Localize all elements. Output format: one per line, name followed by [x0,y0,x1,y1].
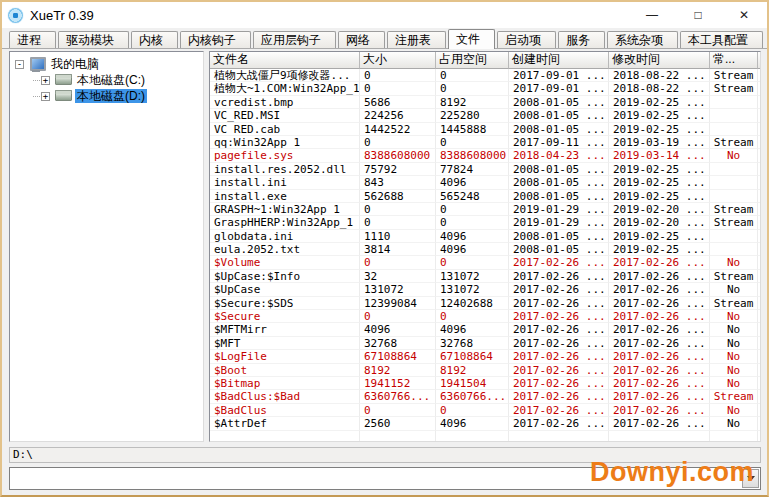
table-row[interactable]: $Bitmap194115219415042017-02-26 ...2017-… [210,377,760,390]
cell-stub [758,243,760,256]
tab-registry[interactable]: 注册表 [387,31,446,48]
cell-space: 8192 [436,364,509,377]
cell-filename: globdata.ini [210,230,360,243]
tab-bar: 进程驱动模块内核内核钩子应用层钩子网络注册表文件启动项服务系统杂项本工具配置 [2,28,767,49]
cell-created: 2019-01-29 ... [509,203,609,216]
cell-size: 1941152 [360,377,436,390]
tab-file[interactable]: 文件 [448,29,495,49]
table-row[interactable]: install.res.2052.dll75792778242008-01-05… [210,163,760,176]
collapse-icon[interactable]: - [15,60,24,69]
cell-space: 0 [436,82,509,95]
table-row[interactable]: install.exe5626885652482008-01-05 ...201… [210,190,760,203]
minimize-icon[interactable]: — [629,2,675,28]
tab-user-hooks[interactable]: 应用层钩子 [253,31,336,48]
cell-size: 6360766... [360,390,436,403]
tree-item-disk-d[interactable]: +本地磁盘(D:) [10,88,203,104]
table-row[interactable]: $UpCase1310721310722017-02-26 ...2017-02… [210,283,760,296]
cell-filename: install.ini [210,176,360,189]
table-row[interactable]: vcredist.bmp568681922008-01-05 ...2019-0… [210,96,760,109]
cell-stream: No [710,283,758,296]
tab-system-misc[interactable]: 系统杂项 [607,31,678,48]
cell-size: 2560 [360,417,436,430]
cell-space: 131072 [436,283,509,296]
table-row[interactable]: VC_RED.MSI2242562252802008-01-05 ...2019… [210,109,760,122]
expand-icon[interactable]: + [41,76,50,85]
table-row[interactable]: $BadClus:$Bad6360766...6360766...2017-02… [210,390,760,403]
table-row[interactable]: $MFT32768327682017-02-26 ...2017-02-26 .… [210,337,760,350]
cell-space: 0 [436,310,509,323]
table-row[interactable]: $Secure002017-02-26 ...2017-02-26 ...No [210,310,760,323]
cell-size: 8192 [360,364,436,377]
app-icon [8,8,23,23]
table-row[interactable]: $Volume002017-02-26 ...2017-02-26 ...No [210,256,760,269]
tree-item-my-computer[interactable]: -我的电脑 [10,56,203,72]
tab-kernel[interactable]: 内核 [131,31,178,48]
cell-filename: pagefile.sys [210,149,360,162]
cell-created: 2017-02-26 ... [509,350,609,363]
table-row[interactable]: 植物大战僵尸9项修改器...002017-09-01 ...2018-08-22… [210,69,760,82]
cell-stream [710,123,758,136]
tree-item-disk-c[interactable]: +本地磁盘(C:) [10,72,203,88]
cell-size [360,431,436,441]
table-row[interactable]: install.ini84340962008-01-05 ...2019-02-… [210,176,760,189]
table-row[interactable]: $Secure:$SDS12399084124026882017-02-26 .… [210,297,760,310]
cell-modified: 2019-02-25 ... [609,243,710,256]
cell-size: 131072 [360,283,436,296]
cell-stub [758,350,760,363]
cell-stream [710,109,758,122]
maximize-icon[interactable]: □ [675,2,721,28]
cell-stream [710,96,758,109]
cell-space: 4096 [436,417,509,430]
cell-created [509,431,609,441]
tab-driver-modules[interactable]: 驱动模块 [58,31,129,48]
cell-created: 2017-09-11 ... [509,136,609,149]
expand-icon[interactable]: + [41,92,50,101]
cell-filename: $MFT [210,337,360,350]
cell-modified: 2017-02-26 ... [609,364,710,377]
combo-dropdown-button[interactable] [742,469,759,488]
table-row[interactable]: $UpCase:$Info321310722017-02-26 ...2017-… [210,270,760,283]
cell-filename: $LogFile [210,350,360,363]
tab-network[interactable]: 网络 [338,31,385,48]
table-row[interactable]: pagefile.sys838860800083886080002018-04-… [210,149,760,162]
cell-stub [758,176,760,189]
cell-stream: Stream [710,82,758,95]
table-row[interactable]: $AttrDef256040962017-02-26 ...2017-02-26… [210,417,760,430]
table-row[interactable]: $Boot819281922017-02-26 ...2017-02-26 ..… [210,364,760,377]
cell-modified: 2017-02-26 ... [609,323,710,336]
column-header-stream[interactable]: 常... [710,52,758,69]
table-row[interactable]: 植物大~1.COM:Win32App_1002017-09-01 ...2018… [210,82,760,95]
tree-item-label: 我的电脑 [49,57,101,71]
column-header-modified[interactable]: 修改时间 [609,52,710,69]
table-row[interactable]: VC_RED.cab144252214458882008-01-05 ...20… [210,123,760,136]
table-row[interactable]: $BadClus002017-02-26 ...2017-02-26 ...No [210,404,760,417]
close-icon[interactable]: ✕ [721,2,767,28]
cell-created: 2017-02-26 ... [509,364,609,377]
column-header-filename[interactable]: 文件名 [210,52,360,69]
table-row[interactable]: GRASPH~1:Win32App_1002019-01-29 ...2019-… [210,203,760,216]
table-row[interactable]: GraspHHERP:Win32App_1002019-01-29 ...201… [210,216,760,229]
table-row[interactable]: qq:Win32App_1002017-09-11 ...2019-03-19 … [210,136,760,149]
cell-stub [758,149,760,162]
tab-services[interactable]: 服务 [558,31,605,48]
table-row[interactable]: globdata.ini111040962008-01-05 ...2019-0… [210,230,760,243]
cell-filename: $Boot [210,364,360,377]
tree-connector [33,96,40,97]
column-header-size[interactable]: 大小 [360,52,436,69]
tab-startup[interactable]: 启动项 [497,31,556,48]
cell-stub [758,123,760,136]
cell-created: 2017-02-26 ... [509,256,609,269]
tab-process[interactable]: 进程 [9,31,56,48]
tab-tool-config[interactable]: 本工具配置 [680,31,763,48]
table-row[interactable]: eula.2052.txt381440962008-01-05 ...2019-… [210,243,760,256]
column-header-created[interactable]: 创建时间 [509,52,609,69]
column-header-space[interactable]: 占用空间 [436,52,509,69]
cell-stub [758,230,760,243]
table-row-empty[interactable] [210,431,760,441]
table-row[interactable]: $LogFile67108864671088642017-02-26 ...20… [210,350,760,363]
table-row[interactable]: $MFTMirr409640962017-02-26 ...2017-02-26… [210,323,760,336]
path-input[interactable] [10,468,741,489]
cell-space: 1445888 [436,123,509,136]
tab-kernel-hooks[interactable]: 内核钩子 [180,31,251,48]
cell-space: 225280 [436,109,509,122]
